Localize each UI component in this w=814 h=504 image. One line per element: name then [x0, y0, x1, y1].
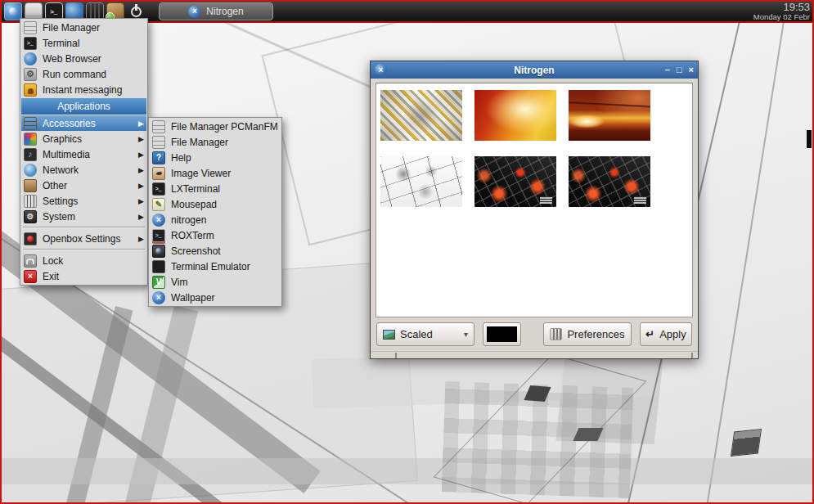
submenu-item-vim[interactable]: V Vim [150, 274, 281, 290]
window-titlebar[interactable]: × Nitrogen – □ × [371, 61, 698, 79]
resize-grip[interactable] [691, 353, 693, 358]
menu-item-label: File Manager PCManFM [171, 121, 278, 133]
clock-time: 19:53 [736, 2, 810, 13]
background-color-button[interactable] [483, 322, 521, 346]
wallpaper-thumbnail-gray-sketch[interactable] [380, 156, 462, 207]
menu-header-applications: Applications [21, 98, 146, 115]
wallpaper-cube [731, 429, 762, 457]
menu-item-accessories[interactable]: Accessories ▶ [21, 115, 146, 131]
web-browser-icon [24, 52, 37, 65]
taskbar-button-nitrogen[interactable]: × Nitrogen [159, 2, 273, 20]
menu-item-label: Instant messaging [43, 84, 122, 96]
submenu-item-nitrogen[interactable]: × nitrogen [150, 212, 281, 227]
color-swatch [487, 326, 517, 342]
submenu-item-lxterminal[interactable]: >_ LXTerminal [150, 181, 281, 196]
menu-item-run-command[interactable]: ⚙ Run command [21, 66, 146, 82]
menu-item-label: Network [43, 164, 79, 176]
nitrogen-icon: × [152, 214, 165, 227]
wallpaper-thumbnail-red-lights[interactable] [569, 90, 650, 141]
wallpaper-thumbnail-orange-flame[interactable] [474, 90, 556, 141]
other-icon [24, 179, 37, 192]
minimize-button[interactable]: – [665, 65, 670, 74]
pencil-icon: ✎ [152, 198, 165, 211]
menu-item-label: Mousepad [171, 199, 217, 210]
help-icon: ? [152, 151, 165, 164]
menu-item-graphics[interactable]: Graphics ▶ [21, 131, 146, 146]
submenu-item-help[interactable]: ? Help [150, 150, 281, 165]
thumbnail-grid [376, 83, 692, 214]
wallpaper-shape [2, 458, 812, 484]
terminal-glyph: >_ [155, 186, 162, 192]
mouse-cursor [807, 130, 812, 148]
menu-item-lock[interactable]: Lock [21, 253, 146, 268]
menu-item-label: File Manager [43, 22, 100, 34]
menu-item-label: System [43, 211, 75, 223]
submenu-arrow-icon: ▶ [138, 166, 144, 174]
menu-item-instant-messaging[interactable]: Instant messaging [21, 82, 146, 97]
wallpaper-shape [690, 2, 794, 502]
submenu-item-file-manager-pcmanfm[interactable]: File Manager PCManFM [150, 119, 281, 134]
submenu-item-file-manager[interactable]: File Manager [150, 134, 281, 150]
nitrogen-icon: × [188, 6, 200, 18]
menu-item-label: Wallpaper [171, 292, 215, 304]
menu-item-label: Openbox Settings [43, 233, 120, 245]
return-arrow-icon: ↵ [645, 328, 654, 340]
menu-item-terminal[interactable]: >_ Terminal [21, 35, 146, 51]
menu-item-web-browser[interactable]: Web Browser [21, 51, 146, 66]
menu-item-file-manager[interactable]: File Manager [21, 20, 146, 35]
terminal-icon: >_ [24, 37, 37, 50]
apply-label: Apply [659, 328, 686, 340]
menu-item-label: Exit [43, 271, 59, 282]
submenu-item-mousepad[interactable]: ✎ Mousepad [150, 196, 281, 212]
menu-item-settings[interactable]: Settings ▶ [21, 193, 146, 209]
submenu-item-wallpaper[interactable]: × Wallpaper [150, 290, 281, 305]
accessories-submenu: File Manager PCManFM File Manager ? Help… [148, 117, 282, 307]
wallpaper-thumbnail-mosaic-gold[interactable] [380, 90, 462, 141]
menu-item-other[interactable]: Other ▶ [21, 178, 146, 193]
lock-icon [24, 254, 37, 268]
menu-item-label: Lock [43, 255, 63, 267]
nitrogen-window: × Nitrogen – □ × Scaled ▾ [370, 61, 699, 359]
submenu-item-image-viewer[interactable]: Image Viewer [150, 165, 281, 181]
wallpaper-shape [2, 310, 248, 502]
preferences-label: Preferences [567, 328, 624, 340]
menu-item-system[interactable]: ⚙ System ▶ [21, 209, 146, 224]
apply-button[interactable]: ↵ Apply [640, 322, 692, 346]
preferences-button[interactable]: Preferences [543, 322, 632, 346]
multimedia-icon: ♪ [24, 148, 37, 161]
wallpaper-thumbnail-dark-cubes-2[interactable] [569, 156, 650, 207]
menu-item-label: File Manager [171, 137, 228, 148]
terminal-glyph: >_ [50, 8, 58, 16]
wallpaper-shape [111, 305, 199, 502]
menu-item-multimedia[interactable]: ♪ Multimedia ▶ [21, 146, 146, 162]
terminal-icon [152, 260, 165, 273]
submenu-arrow-icon: ▶ [138, 151, 144, 159]
close-button[interactable]: × [689, 65, 694, 74]
submenu-arrow-icon: ▶ [138, 182, 144, 190]
menu-item-label: LXTerminal [171, 183, 220, 195]
terminal-glyph: >_ [155, 232, 162, 239]
menu-item-exit[interactable]: × Exit [21, 268, 146, 284]
menu-item-label: Help [171, 152, 191, 164]
menu-item-label: nitrogen [171, 214, 206, 226]
wallpaper-list-area[interactable] [376, 83, 693, 317]
mode-dropdown-value: Scaled [400, 328, 433, 340]
wallpaper-thumbnail-dark-cubes-1[interactable] [474, 156, 556, 207]
menu-item-label: Web Browser [43, 53, 101, 65]
power-stem [135, 4, 137, 11]
maximize-button[interactable]: □ [677, 65, 682, 74]
submenu-item-terminal-emulator[interactable]: Terminal Emulator [150, 259, 281, 274]
submenu-arrow-icon: ▶ [138, 235, 144, 243]
menu-item-network[interactable]: Network ▶ [21, 162, 146, 178]
menu-item-label: Screenshot [171, 245, 221, 257]
picture-icon [383, 330, 395, 340]
settings-icon [24, 195, 37, 208]
mode-dropdown[interactable]: Scaled ▾ [376, 322, 474, 346]
panel-clock: 19:53 Monday 02 Febr [736, 2, 810, 21]
submenu-item-roxterm[interactable]: >_ ROXTerm [150, 227, 281, 243]
menu-item-label: Settings [43, 196, 78, 207]
wallpaper-icon: × [152, 291, 165, 304]
exit-icon: × [24, 270, 37, 283]
submenu-item-screenshot[interactable]: Screenshot [150, 243, 281, 259]
menu-item-openbox-settings[interactable]: Openbox Settings ▶ [21, 231, 146, 246]
